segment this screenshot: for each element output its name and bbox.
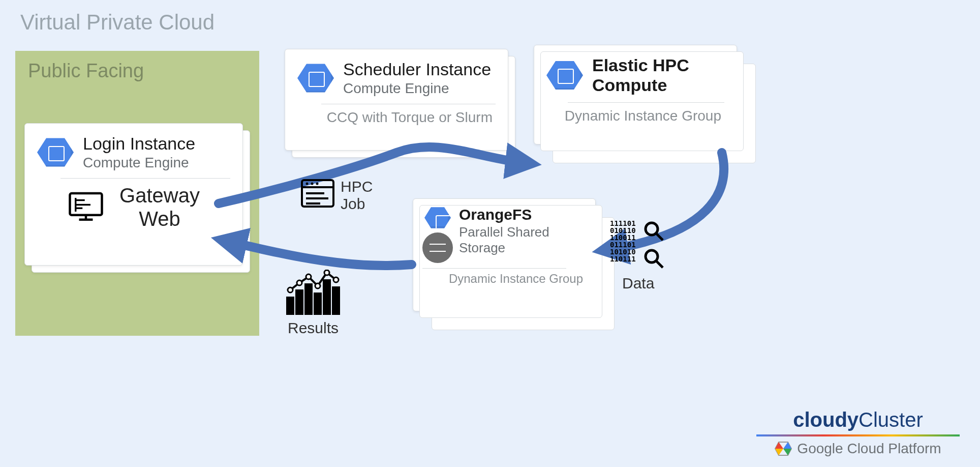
- svg-rect-15: [288, 298, 293, 313]
- gateway-line2: Web: [119, 207, 200, 230]
- gateway-web-icon: [68, 191, 104, 223]
- divider: [568, 102, 724, 103]
- gcp-text: Google Cloud Platform: [797, 441, 941, 457]
- svg-point-22: [297, 280, 302, 285]
- svg-rect-19: [324, 281, 329, 313]
- hpc-job-icon: [300, 178, 335, 209]
- compute-engine-icon: [546, 60, 583, 91]
- gateway-line1: Gateway: [119, 184, 200, 207]
- login-instance-card: Login Instance Compute Engine Gateway We…: [24, 123, 243, 266]
- results-label: Results: [288, 319, 339, 337]
- results-icon: [285, 270, 341, 315]
- cc-part2: Cluster: [859, 408, 923, 431]
- scheduler-subtitle: Compute Engine: [343, 80, 491, 97]
- divider: [422, 268, 566, 269]
- svg-line-34: [656, 233, 663, 240]
- gcp-logo: Google Cloud Platform: [756, 441, 960, 457]
- ofs-sub-l1: Parallel Shared: [459, 224, 549, 240]
- public-facing-label: Public Facing: [28, 60, 144, 82]
- svg-point-23: [306, 274, 311, 279]
- gcp-hex-icon: [775, 441, 792, 456]
- hpc-job-label: HPC Job: [341, 178, 373, 213]
- elastic-title-l2: Compute: [592, 75, 667, 95]
- login-title: Login Instance: [83, 134, 195, 154]
- scheduler-instance-card: Scheduler Instance Compute Engine CCQ wi…: [285, 49, 508, 151]
- orangefs-subtitle: Parallel Shared Storage: [459, 224, 549, 256]
- ofs-sub-l2: Storage: [459, 240, 505, 255]
- divider: [321, 104, 496, 104]
- hpc-l1: HPC: [341, 178, 373, 195]
- scheduler-note: CCQ with Torque or Slurm: [297, 109, 496, 126]
- footer-logos: cloudyCluster Google Cloud Platform: [756, 408, 960, 457]
- elastic-title-l1: Elastic HPC: [592, 55, 689, 75]
- scheduler-title: Scheduler Instance: [343, 60, 491, 79]
- divider: [60, 178, 230, 179]
- compute-engine-icon: [37, 137, 74, 168]
- hpc-l2: Job: [341, 195, 365, 212]
- svg-line-36: [656, 260, 663, 268]
- orangefs-title: OrangeFS: [459, 206, 549, 223]
- orangefs-note: Dynamic Instance Group: [422, 272, 586, 286]
- svg-point-24: [315, 283, 320, 288]
- svg-point-9: [306, 183, 309, 185]
- orangefs-card: OrangeFS Parallel Shared Storage Dynamic…: [413, 198, 596, 311]
- svg-point-21: [288, 287, 293, 293]
- compute-engine-icon: [297, 63, 334, 94]
- svg-rect-20: [333, 288, 339, 313]
- elastic-note: Dynamic Instance Group: [546, 108, 724, 124]
- cc-part1: cloudy: [793, 408, 859, 431]
- svg-text:110111: 110111: [610, 255, 636, 263]
- storage-icon: [422, 232, 453, 263]
- login-subtitle: Compute Engine: [83, 155, 195, 171]
- elastic-hpc-card: Elastic HPC Compute Dynamic Instance Gro…: [534, 45, 737, 144]
- vpc-label: Virtual Private Cloud: [20, 10, 215, 35]
- svg-point-11: [316, 183, 319, 185]
- svg-rect-16: [297, 291, 302, 313]
- cloudycluster-logo: cloudyCluster: [756, 408, 960, 436]
- data-label: Data: [622, 275, 654, 292]
- svg-rect-18: [315, 294, 320, 313]
- compute-engine-icon: [424, 206, 451, 229]
- svg-point-10: [311, 183, 314, 185]
- gateway-label: Gateway Web: [119, 184, 200, 230]
- svg-point-25: [324, 270, 329, 275]
- data-icon: 111101 010110 110011 011101 101010 11011…: [610, 219, 666, 270]
- svg-point-26: [333, 277, 339, 282]
- elastic-title: Elastic HPC Compute: [592, 55, 689, 95]
- svg-rect-17: [306, 285, 311, 313]
